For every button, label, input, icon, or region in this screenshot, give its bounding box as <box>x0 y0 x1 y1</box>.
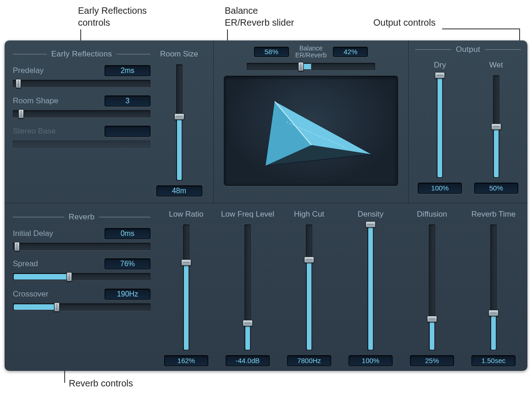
wet-value[interactable]: 50% <box>474 183 518 194</box>
low_freq_level-slider[interactable] <box>244 224 251 351</box>
low_ratio-label: Low Ratio <box>169 210 204 219</box>
reverb_time-column: Reverb Time 1.50sec <box>466 210 521 366</box>
spread-param: Spread 76% <box>13 258 150 280</box>
room-shape-param: Room Shape 3 <box>13 95 150 117</box>
wet-label: Wet <box>489 61 503 70</box>
balance-er-value[interactable]: 58% <box>254 47 289 57</box>
dry-value[interactable]: 100% <box>418 183 462 194</box>
early-reflections-title: Early Reflections <box>51 50 112 59</box>
diffusion-slider[interactable] <box>429 224 435 351</box>
initial-delay-value[interactable]: 0ms <box>105 228 150 239</box>
reverb-section: Reverb Initial Delay 0ms Spread 76% <box>5 203 527 371</box>
density-column: Density 100% <box>343 210 398 366</box>
diffusion-value[interactable]: 25% <box>410 355 454 366</box>
room-shape-label: Room Shape <box>13 96 58 106</box>
callout-balance: Balance ER/Reverb slider <box>225 5 294 28</box>
stereo-base-value <box>105 126 150 137</box>
wet-slider[interactable] <box>493 75 499 178</box>
room-size-slider[interactable] <box>176 64 183 181</box>
spread-value[interactable]: 76% <box>105 258 150 269</box>
high_cut-label: High Cut <box>294 210 324 219</box>
density-label: Density <box>358 210 384 219</box>
early-reflections-section: Early Reflections Predelay 2ms Room Shap… <box>13 50 150 198</box>
reverb-title: Reverb <box>69 212 95 222</box>
initial-delay-slider[interactable] <box>13 243 150 250</box>
balance-reverb-value[interactable]: 42% <box>333 47 368 57</box>
low_ratio-column: Low Ratio 162% <box>159 210 214 366</box>
reverb-plugin-panel: Early Reflections Predelay 2ms Room Shap… <box>5 40 527 371</box>
diffusion-label: Diffusion <box>417 210 447 219</box>
balance-slider[interactable] <box>247 63 375 70</box>
balance-and-room-section: 58% Balance ER/Reverb 42% <box>213 40 408 203</box>
stereo-base-slider <box>13 140 150 148</box>
predelay-param: Predelay 2ms <box>13 65 150 87</box>
dry-slider[interactable] <box>437 75 443 178</box>
reverb_time-value[interactable]: 1.50sec <box>471 355 515 366</box>
spread-slider[interactable] <box>13 273 150 280</box>
callout-output: Output controls <box>373 17 436 28</box>
low_freq_level-column: Low Freq Level -44.0dB <box>220 210 275 366</box>
high_cut-value[interactable]: 7800Hz <box>287 355 331 366</box>
room-shape-visualization <box>224 76 398 186</box>
predelay-value[interactable]: 2ms <box>105 65 150 76</box>
predelay-label: Predelay <box>13 66 44 75</box>
low_freq_level-label: Low Freq Level <box>221 210 274 219</box>
low_freq_level-value[interactable]: -44.0dB <box>226 355 270 366</box>
callout-early-reflections: Early Reflections controls <box>78 5 147 28</box>
initial-delay-label: Initial Delay <box>13 229 53 238</box>
high_cut-column: High Cut 7800Hz <box>282 210 337 366</box>
room-size-label: Room Size <box>160 50 198 59</box>
predelay-slider[interactable] <box>13 80 150 87</box>
reverb_time-label: Reverb Time <box>471 210 515 219</box>
high_cut-slider[interactable] <box>306 224 312 351</box>
low_ratio-slider[interactable] <box>183 224 189 351</box>
crossover-label: Crossover <box>13 290 48 299</box>
initial-delay-param: Initial Delay 0ms <box>13 228 150 250</box>
crossover-value[interactable]: 190Hz <box>105 289 150 300</box>
dry-label: Dry <box>434 61 446 70</box>
room-shape-slider[interactable] <box>13 110 150 117</box>
output-title: Output <box>456 45 480 54</box>
output-section: Output Dry 100% Wet 50% <box>408 40 527 203</box>
stereo-base-label: Stereo Base <box>13 127 56 136</box>
stereo-base-param: Stereo Base <box>13 126 150 148</box>
crossover-param: Crossover 190Hz <box>13 289 150 311</box>
room-size-value[interactable]: 48m <box>156 185 202 196</box>
room-size-section: Room Size 48m <box>150 50 208 198</box>
reverb-vertical-sliders: Low Ratio 162% Low Freq Level -44.0dB Hi… <box>150 210 521 366</box>
density-slider[interactable] <box>367 224 374 351</box>
spread-label: Spread <box>13 259 38 268</box>
callout-reverb: Reverb controls <box>69 377 133 389</box>
balance-title: Balance ER/Reverb <box>295 45 327 59</box>
room-shape-value[interactable]: 3 <box>105 95 150 106</box>
crossover-slider[interactable] <box>13 303 150 311</box>
density-value[interactable]: 100% <box>349 355 393 366</box>
diffusion-column: Diffusion 25% <box>405 210 460 366</box>
reverb_time-slider[interactable] <box>490 224 497 351</box>
low_ratio-value[interactable]: 162% <box>164 355 208 366</box>
